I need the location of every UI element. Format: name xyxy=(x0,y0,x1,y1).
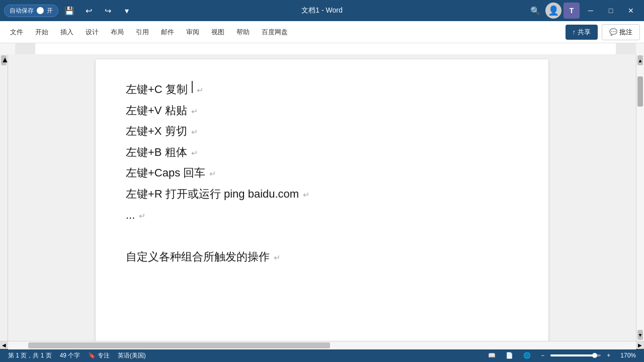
h-scrollbar: ◀ ▶ xyxy=(0,341,644,349)
menu-file[interactable]: 文件 xyxy=(4,25,29,40)
scrollbar-right: ▲ ▼ xyxy=(636,54,644,341)
close-button[interactable]: ✕ xyxy=(622,4,640,18)
ruler-side-left xyxy=(0,43,15,54)
doc-content[interactable]: 左键+C 复制 ↵ 左键+V 粘贴 ↵ 左键+X 剪切 ↵ 左键+B 粗体 ↵ … xyxy=(8,54,636,341)
scrollbar-left: ▲ xyxy=(0,54,8,341)
menu-bar: 文件 开始 插入 设计 布局 引用 邮件 审阅 视图 帮助 百度网盘 ↑ 共享 … xyxy=(0,21,644,43)
menu-baidu[interactable]: 百度网盘 xyxy=(256,25,294,40)
ruler xyxy=(0,43,644,54)
return-mark-4: ↵ xyxy=(191,146,198,161)
title-bar: 自动保存 开 💾 ↩ ↪ ▾ 文档1 - Word 🔍 👤 T ─ □ ✕ xyxy=(0,0,644,21)
autosave-label: 自动保存 xyxy=(10,7,34,15)
hscroll-thumb[interactable] xyxy=(28,342,330,348)
doc-line-3: 左键+X 剪切 ↵ xyxy=(126,121,518,141)
page-info[interactable]: 第 1 页，共 1 页 xyxy=(4,351,56,360)
ruler-side-right xyxy=(636,43,644,54)
text-cursor xyxy=(192,81,193,93)
return-mark-7: ↵ xyxy=(139,209,145,224)
doc-line-2: 左键+V 粘贴 ↵ xyxy=(126,101,518,121)
status-bar: 第 1 页，共 1 页 49 个字 🔖 专注 英语(美国) 📖 📄 🌐 − + … xyxy=(0,349,644,362)
vscroll-thumb[interactable] xyxy=(637,76,643,107)
vscroll-up-btn[interactable]: ▲ xyxy=(1,55,7,65)
teams-icon[interactable]: T xyxy=(564,3,580,19)
language[interactable]: 英语(美国) xyxy=(114,351,150,360)
zoom-fill xyxy=(550,354,593,356)
title-bar-left: 自动保存 开 💾 ↩ ↪ ▾ xyxy=(4,4,135,18)
line-text-3: 左键+X 剪切 xyxy=(126,121,187,141)
toggle-circle xyxy=(37,7,44,14)
vscroll-down-button[interactable]: ▼ xyxy=(637,330,643,340)
return-mark-5: ↵ xyxy=(209,167,216,182)
doc-line-7: ... ↵ xyxy=(126,205,518,225)
view-read-button[interactable]: 📖 xyxy=(484,352,500,359)
hscroll-left-button[interactable]: ◀ xyxy=(0,341,8,349)
menu-insert[interactable]: 插入 xyxy=(54,25,79,40)
share-icon: ↑ xyxy=(573,28,576,36)
vscroll-up-button[interactable]: ▲ xyxy=(637,55,643,65)
autosave-state: 开 xyxy=(47,7,53,15)
menu-home[interactable]: 开始 xyxy=(29,25,54,40)
zoom-out-button[interactable]: − xyxy=(537,352,548,359)
zoom-in-button[interactable]: + xyxy=(603,352,614,359)
line-text-2: 左键+V 粘贴 xyxy=(126,101,187,121)
avatar[interactable]: 👤 xyxy=(545,3,561,19)
menu-bar-right: ↑ 共享 💬 批注 xyxy=(566,24,640,40)
page[interactable]: 左键+C 复制 ↵ 左键+V 粘贴 ↵ 左键+X 剪切 ↵ 左键+B 粗体 ↵ … xyxy=(96,59,548,341)
share-label: 共享 xyxy=(578,28,591,37)
doc-area: ▲ 左键+C 复制 ↵ 左键+V 粘贴 ↵ 左键+X 剪切 ↵ 左键+B 粗体 xyxy=(0,54,644,341)
menu-mailings[interactable]: 邮件 xyxy=(155,25,180,40)
doc-line-6: 左键+R 打开或运行 ping baidu.com ↵ xyxy=(126,184,518,204)
customize-qat-button[interactable]: ▾ xyxy=(119,4,135,18)
redo-button[interactable]: ↪ xyxy=(100,4,116,18)
save-button[interactable]: 💾 xyxy=(61,4,77,18)
menu-help[interactable]: 帮助 xyxy=(230,25,256,40)
line-text-5: 左键+Caps 回车 xyxy=(126,163,205,183)
hscroll-right-button[interactable]: ▶ xyxy=(636,341,644,349)
line-text-1: 左键+C 复制 xyxy=(126,79,188,100)
doc-line-1: 左键+C 复制 ↵ xyxy=(126,79,518,100)
menu-view[interactable]: 视图 xyxy=(205,25,230,40)
menu-design[interactable]: 设计 xyxy=(79,25,105,40)
comment-label: 批注 xyxy=(619,28,632,37)
maximize-button[interactable]: □ xyxy=(602,4,620,18)
comment-button[interactable]: 💬 批注 xyxy=(602,24,640,40)
document-title: 文档1 - Word xyxy=(301,6,342,15)
title-bar-right: 🔍 👤 T ─ □ ✕ xyxy=(527,3,640,19)
return-mark-6: ↵ xyxy=(303,188,309,203)
doc-line-5: 左键+Caps 回车 ↵ xyxy=(126,163,518,183)
ruler-white xyxy=(35,43,616,54)
return-mark-2: ↵ xyxy=(191,105,198,119)
vscroll-track xyxy=(636,66,644,329)
doc-line-9: 自定义各种组合所触发的操作 ↵ xyxy=(126,247,518,267)
line-text-6: 左键+R 打开或运行 ping baidu.com xyxy=(126,184,299,204)
line-text-9: 自定义各种组合所触发的操作 xyxy=(126,247,270,267)
line-text-4: 左键+B 粗体 xyxy=(126,142,187,162)
minimize-button[interactable]: ─ xyxy=(582,4,600,18)
menu-review[interactable]: 审阅 xyxy=(180,25,205,40)
line-text-7: ... xyxy=(126,205,135,225)
menu-layout[interactable]: 布局 xyxy=(105,25,130,40)
menu-references[interactable]: 引用 xyxy=(130,25,155,40)
line-text-8 xyxy=(126,226,129,246)
ruler-main xyxy=(15,43,636,54)
zoom-handle[interactable] xyxy=(592,353,597,358)
doc-line-8 xyxy=(126,226,518,246)
zoom-bar[interactable] xyxy=(550,354,601,356)
search-button[interactable]: 🔍 xyxy=(527,4,543,18)
return-mark-1: ↵ xyxy=(197,83,203,98)
undo-button[interactable]: ↩ xyxy=(80,4,97,18)
view-web-button[interactable]: 🌐 xyxy=(519,352,535,359)
view-layout-button[interactable]: 📄 xyxy=(502,352,517,359)
zoom-percent[interactable]: 170% xyxy=(616,352,640,359)
return-mark-3: ↵ xyxy=(191,125,198,140)
focus-mode[interactable]: 🔖 专注 xyxy=(84,351,113,360)
hscroll-track xyxy=(8,341,636,349)
return-mark-9: ↵ xyxy=(274,251,280,265)
autosave-toggle[interactable]: 自动保存 开 xyxy=(4,5,58,17)
comment-icon: 💬 xyxy=(609,28,617,36)
share-button[interactable]: ↑ 共享 xyxy=(566,25,598,40)
doc-line-4: 左键+B 粗体 ↵ xyxy=(126,142,518,162)
word-count[interactable]: 49 个字 xyxy=(56,351,85,360)
status-right: 📖 📄 🌐 − + 170% xyxy=(484,352,640,359)
